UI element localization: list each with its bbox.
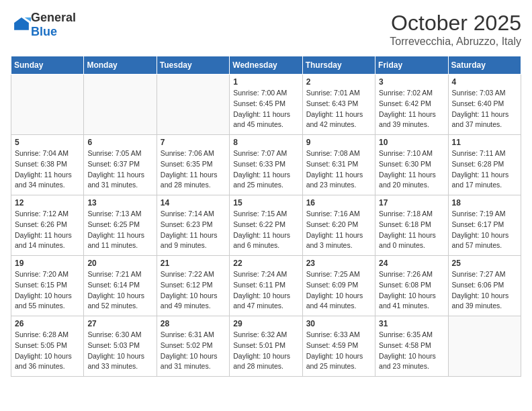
day-number: 15: [233, 198, 298, 208]
day-number: 24: [379, 259, 444, 268]
day-number: 25: [452, 259, 517, 268]
day-number: 7: [161, 138, 226, 147]
calendar-cell: 26Sunrise: 6:28 AMSunset: 5:05 PMDayligh…: [11, 316, 84, 377]
day-info: Sunrise: 7:25 AMSunset: 6:09 PMDaylight:…: [306, 269, 371, 312]
day-info: Sunrise: 6:32 AMSunset: 5:01 PMDaylight:…: [233, 330, 298, 372]
day-number: 31: [379, 319, 444, 328]
day-info: Sunrise: 7:03 AMSunset: 6:40 PMDaylight:…: [452, 88, 517, 130]
day-number: 13: [87, 198, 152, 208]
calendar-cell: 1Sunrise: 7:00 AMSunset: 6:45 PMDaylight…: [230, 75, 302, 135]
calendar-cell: 23Sunrise: 7:25 AMSunset: 6:09 PMDayligh…: [302, 256, 375, 316]
day-info: Sunrise: 7:26 AMSunset: 6:08 PMDaylight:…: [379, 269, 444, 312]
calendar-cell: 11Sunrise: 7:11 AMSunset: 6:28 PMDayligh…: [448, 135, 521, 195]
calendar-cell: 18Sunrise: 7:19 AMSunset: 6:17 PMDayligh…: [448, 195, 521, 256]
calendar-cell: [157, 75, 229, 135]
calendar-cell: 6Sunrise: 7:05 AMSunset: 6:37 PMDaylight…: [84, 135, 157, 195]
col-header-saturday: Saturday: [448, 56, 521, 75]
week-row-3: 12Sunrise: 7:12 AMSunset: 6:26 PMDayligh…: [11, 195, 521, 256]
calendar-table: SundayMondayTuesdayWednesdayThursdayFrid…: [11, 56, 521, 377]
day-number: 4: [452, 77, 517, 87]
calendar-cell: 2Sunrise: 7:01 AMSunset: 6:43 PMDaylight…: [302, 75, 375, 135]
day-info: Sunrise: 7:01 AMSunset: 6:43 PMDaylight:…: [306, 88, 371, 130]
day-info: Sunrise: 7:06 AMSunset: 6:35 PMDaylight:…: [161, 148, 226, 191]
calendar-cell: 9Sunrise: 7:08 AMSunset: 6:31 PMDaylight…: [302, 135, 375, 195]
day-number: 23: [306, 259, 371, 268]
calendar-cell: 4Sunrise: 7:03 AMSunset: 6:40 PMDaylight…: [448, 75, 521, 135]
day-info: Sunrise: 6:33 AMSunset: 4:59 PMDaylight:…: [306, 330, 371, 372]
day-info: Sunrise: 7:21 AMSunset: 6:14 PMDaylight:…: [87, 269, 152, 312]
calendar-cell: 10Sunrise: 7:10 AMSunset: 6:30 PMDayligh…: [375, 135, 448, 195]
day-number: 6: [87, 138, 152, 147]
day-number: 1: [233, 77, 298, 87]
calendar-cell: 31Sunrise: 6:35 AMSunset: 4:58 PMDayligh…: [375, 316, 448, 377]
day-number: 14: [161, 198, 226, 208]
day-info: Sunrise: 7:12 AMSunset: 6:26 PMDaylight:…: [15, 209, 80, 251]
day-info: Sunrise: 7:19 AMSunset: 6:17 PMDaylight:…: [452, 209, 517, 251]
day-info: Sunrise: 6:30 AMSunset: 5:03 PMDaylight:…: [87, 330, 152, 372]
calendar-cell: [448, 316, 521, 377]
day-number: 11: [452, 138, 517, 147]
col-header-wednesday: Wednesday: [230, 56, 302, 75]
day-number: 21: [161, 259, 226, 268]
calendar-cell: 20Sunrise: 7:21 AMSunset: 6:14 PMDayligh…: [84, 256, 157, 316]
calendar-cell: 28Sunrise: 6:31 AMSunset: 5:02 PMDayligh…: [157, 316, 229, 377]
day-info: Sunrise: 7:13 AMSunset: 6:25 PMDaylight:…: [87, 209, 152, 251]
week-row-1: 1Sunrise: 7:00 AMSunset: 6:45 PMDaylight…: [11, 75, 521, 135]
day-number: 17: [379, 198, 444, 208]
calendar-cell: 24Sunrise: 7:26 AMSunset: 6:08 PMDayligh…: [375, 256, 448, 316]
day-info: Sunrise: 7:20 AMSunset: 6:15 PMDaylight:…: [15, 269, 80, 312]
day-info: Sunrise: 6:31 AMSunset: 5:02 PMDaylight:…: [161, 330, 226, 372]
day-number: 8: [233, 138, 298, 147]
svg-marker-0: [14, 17, 29, 30]
calendar-cell: 3Sunrise: 7:02 AMSunset: 6:42 PMDaylight…: [375, 75, 448, 135]
calendar-cell: 19Sunrise: 7:20 AMSunset: 6:15 PMDayligh…: [11, 256, 84, 316]
calendar-cell: 25Sunrise: 7:27 AMSunset: 6:06 PMDayligh…: [448, 256, 521, 316]
day-info: Sunrise: 7:10 AMSunset: 6:30 PMDaylight:…: [379, 148, 444, 191]
day-number: 10: [379, 138, 444, 147]
location-title: Torrevecchia, Abruzzo, Italy: [390, 36, 521, 48]
day-info: Sunrise: 6:28 AMSunset: 5:05 PMDaylight:…: [15, 330, 80, 372]
col-header-friday: Friday: [375, 56, 448, 75]
col-header-tuesday: Tuesday: [157, 56, 229, 75]
day-info: Sunrise: 7:11 AMSunset: 6:28 PMDaylight:…: [452, 148, 517, 191]
week-row-5: 26Sunrise: 6:28 AMSunset: 5:05 PMDayligh…: [11, 316, 521, 377]
header-row: SundayMondayTuesdayWednesdayThursdayFrid…: [11, 56, 521, 75]
day-info: Sunrise: 7:00 AMSunset: 6:45 PMDaylight:…: [233, 88, 298, 130]
day-info: Sunrise: 7:05 AMSunset: 6:37 PMDaylight:…: [87, 148, 152, 191]
calendar-cell: 17Sunrise: 7:18 AMSunset: 6:18 PMDayligh…: [375, 195, 448, 256]
day-number: 20: [87, 259, 152, 268]
page-header: General Blue October 2025 Torrevecchia, …: [11, 11, 521, 48]
logo-icon: [12, 15, 31, 34]
title-block: October 2025 Torrevecchia, Abruzzo, Ital…: [390, 11, 521, 48]
calendar-cell: 29Sunrise: 6:32 AMSunset: 5:01 PMDayligh…: [230, 316, 302, 377]
col-header-thursday: Thursday: [302, 56, 375, 75]
week-row-2: 5Sunrise: 7:04 AMSunset: 6:38 PMDaylight…: [11, 135, 521, 195]
calendar-cell: [11, 75, 84, 135]
calendar-cell: 14Sunrise: 7:14 AMSunset: 6:23 PMDayligh…: [157, 195, 229, 256]
day-number: 26: [15, 319, 80, 328]
calendar-cell: 8Sunrise: 7:07 AMSunset: 6:33 PMDaylight…: [230, 135, 302, 195]
day-number: 28: [161, 319, 226, 328]
calendar-cell: 27Sunrise: 6:30 AMSunset: 5:03 PMDayligh…: [84, 316, 157, 377]
day-info: Sunrise: 7:07 AMSunset: 6:33 PMDaylight:…: [233, 148, 298, 191]
day-number: 29: [233, 319, 298, 328]
calendar-cell: 16Sunrise: 7:16 AMSunset: 6:20 PMDayligh…: [302, 195, 375, 256]
day-info: Sunrise: 7:24 AMSunset: 6:11 PMDaylight:…: [233, 269, 298, 312]
day-number: 16: [306, 198, 371, 208]
calendar-cell: [84, 75, 157, 135]
logo-blue: Blue: [31, 25, 57, 38]
calendar-cell: 22Sunrise: 7:24 AMSunset: 6:11 PMDayligh…: [230, 256, 302, 316]
day-number: 9: [306, 138, 371, 147]
day-number: 22: [233, 259, 298, 268]
logo-general: General: [31, 11, 76, 24]
day-number: 19: [15, 259, 80, 268]
day-number: 3: [379, 77, 444, 87]
day-info: Sunrise: 7:04 AMSunset: 6:38 PMDaylight:…: [15, 148, 80, 191]
day-number: 18: [452, 198, 517, 208]
calendar-cell: 30Sunrise: 6:33 AMSunset: 4:59 PMDayligh…: [302, 316, 375, 377]
day-info: Sunrise: 7:18 AMSunset: 6:18 PMDaylight:…: [379, 209, 444, 251]
week-row-4: 19Sunrise: 7:20 AMSunset: 6:15 PMDayligh…: [11, 256, 521, 316]
col-header-monday: Monday: [84, 56, 157, 75]
day-number: 12: [15, 198, 80, 208]
month-title: October 2025: [390, 11, 521, 36]
